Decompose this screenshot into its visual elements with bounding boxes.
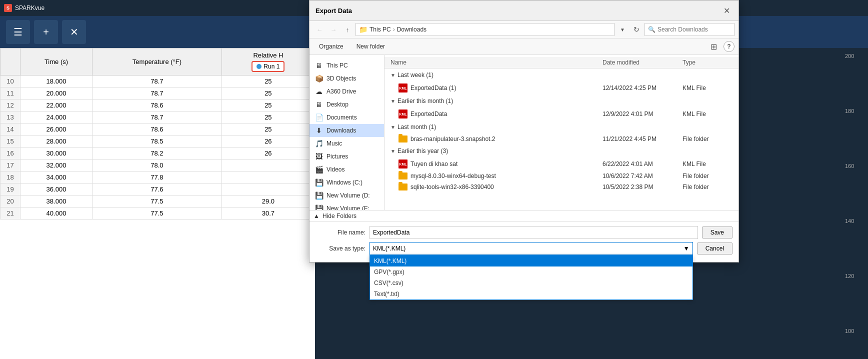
nav-item-desktop[interactable]: 🖥 Desktop: [310, 98, 384, 111]
address-folder-icon: 📁: [359, 26, 368, 34]
temp-cell: 78.6: [92, 100, 222, 112]
save-as-type-select[interactable]: KML(*.KML) ▼: [370, 242, 693, 255]
search-icon: 🔍: [648, 26, 656, 33]
nav-item-music[interactable]: 🎵 Music: [310, 137, 384, 150]
file-name-exporteddata1: KML ExportedData (1): [398, 84, 602, 92]
save-type-dropdown: KML(*.KML) GPV(*.gpx) CSV(*.csv) Text(*.…: [370, 255, 693, 300]
dialog-bottom: File name: Save Save as type: KML(*.KML)…: [310, 222, 738, 262]
volumed-icon: 💾: [314, 192, 324, 200]
nav-item-documents[interactable]: 📄 Documents: [310, 111, 384, 124]
table-row: 11 20.000 78.7 25: [0, 88, 315, 100]
nav-forward-button[interactable]: →: [328, 24, 340, 36]
file-row-tuyen[interactable]: KML Tuyen di khao sat 6/22/2022 4:01 AM …: [384, 158, 738, 170]
save-as-type-container: KML(*.KML) ▼ KML(*.KML) GPV(*.gpx) CSV(*…: [370, 242, 693, 255]
dialog-close-button[interactable]: ✕: [720, 4, 732, 16]
section-earlier-year[interactable]: ▼ Earlier this year (3): [384, 144, 738, 158]
temp-cell: 77.5: [92, 196, 222, 208]
rel-cell: 25: [222, 124, 314, 136]
dropdown-arrow: ▼: [684, 245, 690, 252]
file-name-tuyen: KML Tuyen di khao sat: [398, 160, 602, 168]
row-number: 18: [0, 172, 20, 184]
section-last-month[interactable]: ▼ Last month (1): [384, 120, 738, 134]
table-row: 10 18.000 78.7 25: [0, 76, 315, 88]
time-cell: 36.000: [20, 184, 92, 196]
file-row-exporteddata1[interactable]: KML ExportedData (1) 12/14/2022 4:25 PM …: [384, 82, 738, 94]
organize-button[interactable]: Organize: [314, 41, 349, 52]
row-number: 11: [0, 88, 20, 100]
time-cell: 32.000: [20, 160, 92, 172]
nav-item-videos[interactable]: 🎬 Videos: [310, 163, 384, 176]
address-breadcrumb: This PC › Downloads: [370, 26, 426, 33]
menu-button[interactable]: ☰: [6, 20, 30, 44]
rel-cell: [222, 172, 314, 184]
action-buttons: Organize New folder: [314, 41, 390, 52]
windowsc-icon: 💾: [314, 178, 324, 186]
nav-item-windowsc[interactable]: 💾 Windows (C:): [310, 176, 384, 189]
cancel-button[interactable]: Cancel: [697, 242, 732, 254]
close-button[interactable]: ✕: [62, 20, 86, 44]
file-row-bras[interactable]: bras-manipulateur-3.snapshot.2 11/21/202…: [384, 134, 738, 144]
time-cell: 28.000: [20, 136, 92, 148]
file-list: Name Date modified Type ▼ Last week (1) …: [384, 55, 738, 210]
dialog-titlebar: Export Data ✕: [310, 0, 738, 21]
file-row-mysql[interactable]: mysql-8.0.30-winx64-debug-test 10/6/2022…: [384, 170, 738, 182]
nav-item-thispc[interactable]: 🖥 This PC: [310, 59, 384, 72]
section-earlier-month[interactable]: ▼ Earlier this month (1): [384, 94, 738, 108]
time-cell: 38.000: [20, 196, 92, 208]
kml-icon-3: KML: [398, 160, 408, 168]
row-number: 12: [0, 100, 20, 112]
address-dropdown-button[interactable]: ▼: [616, 24, 628, 36]
col-date: Date modified: [602, 59, 682, 66]
nav-item-3dobjects[interactable]: 📦 3D Objects: [310, 72, 384, 85]
dropdown-option-txt[interactable]: Text(*.txt): [370, 288, 692, 300]
nav-up-button[interactable]: ↑: [342, 24, 354, 36]
new-folder-button[interactable]: New folder: [351, 41, 390, 52]
nav-item-pictures[interactable]: 🖼 Pictures: [310, 150, 384, 163]
row-num-header: [0, 48, 20, 76]
rel-cell: 29.0: [222, 196, 314, 208]
chevron-last-month: ▼: [390, 124, 396, 130]
row-number: 13: [0, 112, 20, 124]
desktop-icon: 🖥: [314, 100, 324, 108]
rel-cell: 25: [222, 112, 314, 124]
app-title: SPARKvue: [15, 4, 44, 12]
temp-cell: 78.7: [92, 112, 222, 124]
dropdown-option-kml[interactable]: KML(*.KML): [370, 256, 692, 266]
breadcrumb-thispc[interactable]: This PC: [370, 26, 391, 33]
view-options-button[interactable]: ⊞: [708, 40, 720, 52]
save-button[interactable]: Save: [702, 226, 732, 238]
temp-cell: 78.5: [92, 136, 222, 148]
time-cell: 22.000: [20, 100, 92, 112]
section-last-week[interactable]: ▼ Last week (1): [384, 68, 738, 82]
videos-icon: 🎬: [314, 166, 324, 174]
nav-item-a360drive[interactable]: ☁ A360 Drive: [310, 85, 384, 98]
nav-back-button[interactable]: ←: [314, 24, 326, 36]
temp-cell: 78.0: [92, 160, 222, 172]
rel-cell: 25: [222, 100, 314, 112]
address-refresh-button[interactable]: ↻: [630, 24, 642, 36]
a360drive-icon: ☁: [314, 88, 324, 96]
folder-icon-sqlite: [398, 184, 408, 190]
nav-item-volumee[interactable]: 💾 New Volume (E:: [310, 202, 384, 210]
chevron-hide: ▲: [314, 212, 320, 220]
run1-button[interactable]: Run 1: [252, 61, 284, 72]
dropdown-option-csv[interactable]: CSV(*.csv): [370, 278, 692, 288]
file-name-input[interactable]: [370, 226, 698, 239]
file-name-mysql: mysql-8.0.30-winx64-debug-test: [398, 172, 602, 180]
dialog-nav: ← → ↑ 📁 This PC › Downloads ▼ ↻ 🔍: [310, 21, 738, 38]
nav-item-downloads[interactable]: ⬇ Downloads: [310, 124, 384, 137]
help-button[interactable]: ?: [724, 41, 734, 52]
breadcrumb-downloads[interactable]: Downloads: [397, 26, 426, 33]
new-button[interactable]: +: [34, 20, 58, 44]
hide-folders-label: Hide Folders: [322, 212, 356, 220]
folder-icon-bras: [398, 136, 408, 142]
search-input[interactable]: [658, 26, 731, 33]
file-row-exporteddata[interactable]: KML ExportedData 12/9/2022 4:01 PM KML F…: [384, 108, 738, 120]
file-row-sqlite[interactable]: sqlite-tools-win32-x86-3390400 10/5/2022…: [384, 182, 738, 192]
dropdown-option-gpx[interactable]: GPV(*.gpx): [370, 266, 692, 278]
hide-folders-row[interactable]: ▲ Hide Folders: [310, 210, 738, 222]
pictures-icon: 🖼: [314, 152, 324, 160]
nav-item-volumed[interactable]: 💾 New Volume (D:: [310, 189, 384, 202]
address-bar[interactable]: 📁 This PC › Downloads: [356, 23, 614, 36]
row-number: 17: [0, 160, 20, 172]
